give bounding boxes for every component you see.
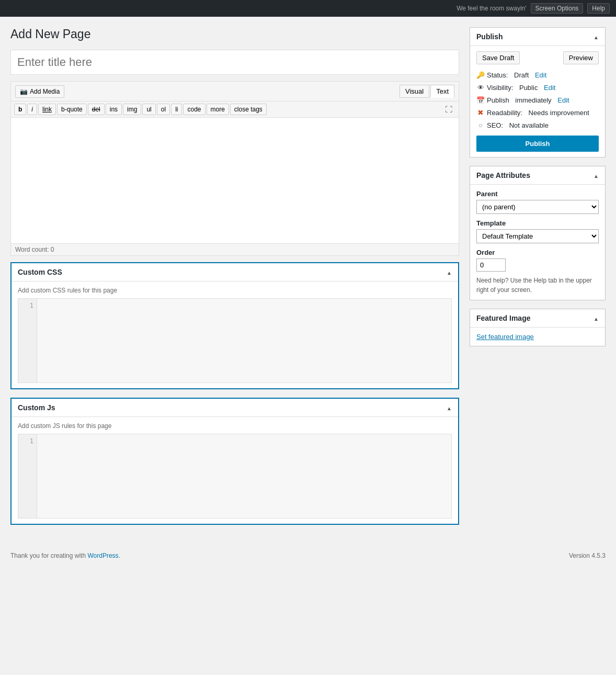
featured-image-toggle[interactable] xyxy=(594,313,599,323)
img-button[interactable]: img xyxy=(123,104,141,115)
parent-select[interactable]: (no parent) xyxy=(476,200,599,214)
editor-box: 📷 Add Media Visual Text b i link b-quote… xyxy=(10,81,459,256)
seo-label: SEO: xyxy=(487,121,503,129)
preview-button[interactable]: Preview xyxy=(563,51,599,64)
link-button[interactable]: link xyxy=(38,104,56,115)
help-button[interactable]: Help xyxy=(587,3,610,14)
order-input[interactable] xyxy=(476,258,506,272)
footer-thank-you: Thank you for creating with xyxy=(10,552,86,559)
publish-actions: Save Draft Preview xyxy=(476,51,599,64)
top-bar: We feel the room swayin' Screen Options … xyxy=(0,0,616,17)
readability-label: Readability: xyxy=(487,109,522,117)
status-edit-link[interactable]: Edit xyxy=(535,71,546,79)
wordpress-link[interactable]: WordPress. xyxy=(87,552,120,559)
custom-js-header[interactable]: Custom Js xyxy=(12,399,458,417)
save-draft-button[interactable]: Save Draft xyxy=(476,51,520,64)
tagline: We feel the room swayin' xyxy=(457,5,526,12)
visibility-label: Visibility: xyxy=(487,84,513,92)
readability-value: Needs improvement xyxy=(529,109,589,117)
page-attributes-toggle[interactable] xyxy=(594,171,599,180)
parent-label: Parent xyxy=(476,190,599,198)
seo-icon: ○ xyxy=(476,121,485,129)
bold-button[interactable]: b xyxy=(14,104,26,115)
custom-js-textarea[interactable] xyxy=(37,434,451,518)
custom-css-header[interactable]: Custom CSS xyxy=(12,263,458,282)
fullscreen-button[interactable]: ⛶ xyxy=(442,104,455,115)
bquote-button[interactable]: b-quote xyxy=(57,104,87,115)
js-line-number-1: 1 xyxy=(18,436,37,446)
custom-css-toggle[interactable] xyxy=(447,267,452,277)
editor-toolbar-top: 📷 Add Media Visual Text xyxy=(11,82,459,102)
status-value: Draft xyxy=(514,71,529,79)
page-attributes-header: Page Attributes xyxy=(470,166,605,185)
template-label: Template xyxy=(476,219,599,227)
page-attributes-content: Parent (no parent) Template Default Temp… xyxy=(470,185,605,300)
seo-row: ○ SEO: Not available xyxy=(476,121,599,129)
publish-timing-edit-link[interactable]: Edit xyxy=(557,96,569,104)
featured-image-content: Set featured image xyxy=(470,328,605,346)
custom-css-content: Add custom CSS rules for this page 1 xyxy=(12,282,458,388)
footer: Thank you for creating with WordPress. V… xyxy=(0,544,616,568)
screen-options-button[interactable]: Screen Options xyxy=(531,3,584,14)
template-select[interactable]: Default Template xyxy=(476,229,599,243)
visibility-value: Public xyxy=(519,84,538,92)
publish-box: Publish Save Draft Preview 🔑 Status: Dra… xyxy=(470,27,606,158)
custom-css-description: Add custom CSS rules for this page xyxy=(18,287,452,294)
add-media-button[interactable]: 📷 Add Media xyxy=(15,85,64,98)
custom-css-editor: 1 xyxy=(18,298,452,383)
ins-button[interactable]: ins xyxy=(106,104,122,115)
tab-text[interactable]: Text xyxy=(430,85,454,98)
readability-row: ✖ Readability: Needs improvement xyxy=(476,108,599,117)
add-media-icon: 📷 xyxy=(20,88,28,95)
main-content: Add New Page 📷 Add Media Visual Text b i xyxy=(0,17,616,544)
code-button[interactable]: code xyxy=(183,104,205,115)
order-label: Order xyxy=(476,249,599,256)
custom-css-line-numbers: 1 xyxy=(18,299,37,383)
publish-box-title: Publish xyxy=(476,32,503,41)
featured-image-box: Featured Image Set featured image xyxy=(470,309,606,346)
page-attributes-box: Page Attributes Parent (no parent) Templ… xyxy=(470,166,606,300)
custom-js-toggle[interactable] xyxy=(447,403,452,412)
featured-image-header: Featured Image xyxy=(470,309,605,328)
custom-css-box: Custom CSS Add custom CSS rules for this… xyxy=(10,262,459,389)
status-label: Status: xyxy=(487,71,508,79)
close-tags-button[interactable]: close tags xyxy=(230,104,267,115)
editor-formatting-toolbar: b i link b-quote del ins img ul ol li co… xyxy=(11,102,459,118)
page-attributes-help: Need help? Use the Help tab in the upper… xyxy=(476,276,599,295)
custom-js-content: Add custom JS rules for this page 1 xyxy=(12,417,458,524)
publish-timing-label: Publish xyxy=(487,96,509,104)
custom-js-title: Custom Js xyxy=(18,403,55,412)
publish-status-row: 🔑 Status: Draft Edit xyxy=(476,71,599,79)
calendar-icon: 📅 xyxy=(476,96,485,104)
custom-js-editor: 1 xyxy=(18,434,452,519)
page-title-input[interactable] xyxy=(10,50,459,75)
tab-visual[interactable]: Visual xyxy=(400,85,429,98)
lock-icon: 🔑 xyxy=(476,71,485,79)
publish-visibility-row: 👁 Visibility: Public Edit xyxy=(476,83,599,92)
word-count: Word count: 0 xyxy=(11,243,459,255)
publish-timing-row: 📅 Publish immediately Edit xyxy=(476,96,599,104)
publish-box-content: Save Draft Preview 🔑 Status: Draft Edit … xyxy=(470,46,605,157)
view-tabs: Visual Text xyxy=(400,85,454,98)
custom-js-box: Custom Js Add custom JS rules for this p… xyxy=(10,398,459,525)
readability-icon: ✖ xyxy=(476,108,485,117)
right-column: Publish Save Draft Preview 🔑 Status: Dra… xyxy=(470,27,606,533)
visibility-edit-link[interactable]: Edit xyxy=(544,84,555,92)
footer-version: Version 4.5.3 xyxy=(569,552,606,559)
publish-box-toggle[interactable] xyxy=(594,32,599,41)
custom-css-textarea[interactable] xyxy=(37,299,451,383)
publish-box-header: Publish xyxy=(470,28,605,46)
more-button[interactable]: more xyxy=(207,104,229,115)
set-featured-image-link[interactable]: Set featured image xyxy=(476,333,534,341)
featured-image-title: Featured Image xyxy=(476,314,530,322)
publish-button[interactable]: Publish xyxy=(476,136,599,152)
del-button[interactable]: del xyxy=(88,104,105,115)
add-media-label: Add Media xyxy=(30,88,60,95)
custom-css-title: Custom CSS xyxy=(18,268,62,276)
italic-button[interactable]: i xyxy=(27,104,37,115)
custom-js-description: Add custom JS rules for this page xyxy=(18,422,452,430)
editor-content-area[interactable] xyxy=(11,118,459,243)
ul-button[interactable]: ul xyxy=(142,104,155,115)
li-button[interactable]: li xyxy=(171,104,182,115)
ol-button[interactable]: ol xyxy=(157,104,170,115)
